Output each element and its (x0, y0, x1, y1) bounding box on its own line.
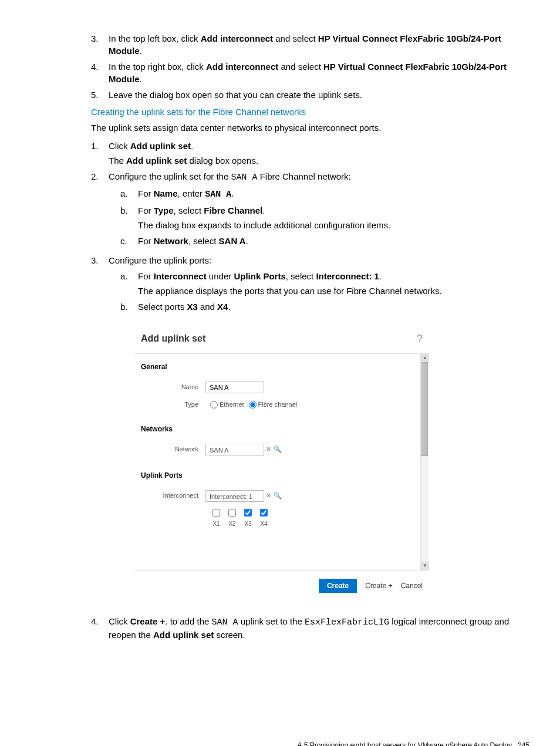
text: . (379, 271, 382, 281)
text: In the top left box, click (109, 33, 201, 43)
step-index: 3. (91, 254, 109, 316)
port-label: X1 (212, 521, 220, 527)
port-x4-checkbox[interactable] (260, 509, 268, 517)
port-x2-checkbox[interactable] (228, 509, 236, 517)
text: . (231, 188, 234, 198)
text: uplink set to the (238, 616, 305, 626)
step-index: 5. (91, 89, 109, 101)
text: For (138, 236, 154, 246)
text: . (140, 46, 142, 56)
radio-label: Fibre channel (258, 400, 298, 409)
text: . (140, 74, 142, 84)
radio-label: Ethernet (220, 400, 244, 409)
steps-b-cont: 4. Click Create +. to add the SAN A upli… (91, 615, 531, 641)
bold: Create + (130, 616, 166, 626)
text: The (109, 156, 126, 166)
mono: SAN A (231, 173, 257, 183)
type-fibrechannel-radio[interactable] (249, 401, 257, 409)
create-plus-button[interactable]: Create + (365, 579, 392, 593)
label-interconnect: Interconnect (135, 491, 205, 500)
bold: Name (154, 188, 178, 198)
create-button[interactable]: Create (319, 579, 357, 593)
interconnect-combo[interactable]: Interconnect: 1 (205, 490, 264, 502)
text: Configure the uplink set for the (109, 171, 231, 181)
substep-index: b. (120, 204, 138, 231)
mono: SAN A (205, 190, 231, 200)
cancel-button[interactable]: Cancel (401, 579, 423, 593)
search-icon[interactable]: 🔍 (274, 491, 282, 500)
substep-content: For Type, select Fibre Channel. The dial… (138, 204, 531, 231)
page-number: 245 (518, 741, 529, 746)
substep-index: a. (120, 270, 138, 297)
text: screen. (214, 630, 245, 640)
text: Click (109, 616, 130, 626)
bold: Add interconnect (201, 33, 273, 43)
dialog-title: Add uplink set (141, 332, 205, 345)
section-heading: Creating the uplink sets for the Fibre C… (91, 106, 531, 118)
search-icon[interactable]: 🔍 (274, 445, 282, 454)
scrollbar[interactable]: ▲ ▼ (420, 354, 429, 570)
clear-icon[interactable]: ✕ (266, 445, 271, 454)
label-type: Type (135, 400, 205, 409)
add-uplink-set-dialog: Add uplink set ? ▲ ▼ General Name Type E… (135, 328, 429, 598)
text: under (207, 271, 234, 281)
substep-content: For Network, select SAN A. (138, 235, 531, 247)
text: , select (286, 271, 316, 281)
step-content: Configure the uplink set for the SAN A F… (109, 170, 531, 251)
bold: Add uplink set (130, 141, 191, 151)
step-index: 1. (91, 140, 109, 167)
intro-text: The uplink sets assign data center netwo… (91, 121, 531, 134)
substep-index: c. (120, 235, 138, 247)
subtext: The dialog box expands to include additi… (138, 219, 531, 231)
scroll-up-icon[interactable]: ▲ (421, 354, 429, 362)
bold: X3 (187, 302, 197, 312)
step-content: Configure the uplink ports: a. For Inter… (109, 254, 531, 316)
text: , select (188, 236, 219, 246)
name-input[interactable] (205, 382, 264, 393)
text: and select (278, 62, 323, 72)
step-content: In the top left box, click Add interconn… (109, 32, 531, 57)
text: and select (273, 33, 318, 43)
step-content: Click Add uplink set. The Add uplink set… (109, 140, 531, 167)
section-general: General (135, 354, 429, 378)
bold: Uplink Ports (234, 271, 285, 281)
substep-content: For Name, enter SAN A. (138, 187, 531, 201)
port-label: X4 (260, 521, 267, 527)
label-network: Network (135, 445, 205, 454)
step-content: In the top right box, click Add intercon… (109, 60, 531, 85)
bold: X4 (217, 302, 228, 312)
text: In the top right box, click (109, 62, 206, 72)
subtext: The appliance displays the ports that yo… (138, 285, 531, 297)
step-index: 2. (91, 170, 109, 251)
bold: Add uplink set (153, 630, 214, 640)
mono: SAN A (212, 617, 238, 627)
steps-a: 3. In the top left box, click Add interc… (91, 32, 531, 101)
scroll-thumb[interactable] (421, 362, 428, 456)
text: For (138, 271, 154, 281)
network-combo[interactable]: SAN A (205, 444, 264, 455)
port-label: X3 (244, 521, 251, 527)
page-footer: A.5 Provisioning eight host servers for … (29, 741, 531, 746)
section-uplink: Uplink Ports (135, 463, 429, 487)
label-name: Name (135, 383, 205, 391)
type-ethernet-radio[interactable] (210, 401, 218, 409)
port-label: X2 (228, 521, 235, 527)
step-index: 3. (91, 32, 109, 57)
text: and (198, 302, 217, 312)
footer-text: A.5 Provisioning eight host servers for … (297, 741, 512, 746)
bold: Fibre Channel (204, 205, 262, 215)
text: Select ports (138, 302, 187, 312)
text: Configure the uplink ports: (109, 255, 211, 265)
bold: SAN A (219, 236, 246, 246)
text: . to add the (165, 616, 211, 626)
bold: Add interconnect (206, 62, 278, 72)
port-x3-checkbox[interactable] (244, 509, 252, 517)
scroll-down-icon[interactable]: ▼ (421, 562, 429, 570)
port-x1-checkbox[interactable] (212, 509, 220, 517)
substep-index: a. (120, 187, 138, 201)
bold: Interconnect (154, 271, 207, 281)
help-icon[interactable]: ? (417, 332, 423, 346)
text: Fibre Channel network: (257, 171, 350, 181)
clear-icon[interactable]: ✕ (266, 491, 271, 500)
substep-index: b. (120, 301, 138, 313)
